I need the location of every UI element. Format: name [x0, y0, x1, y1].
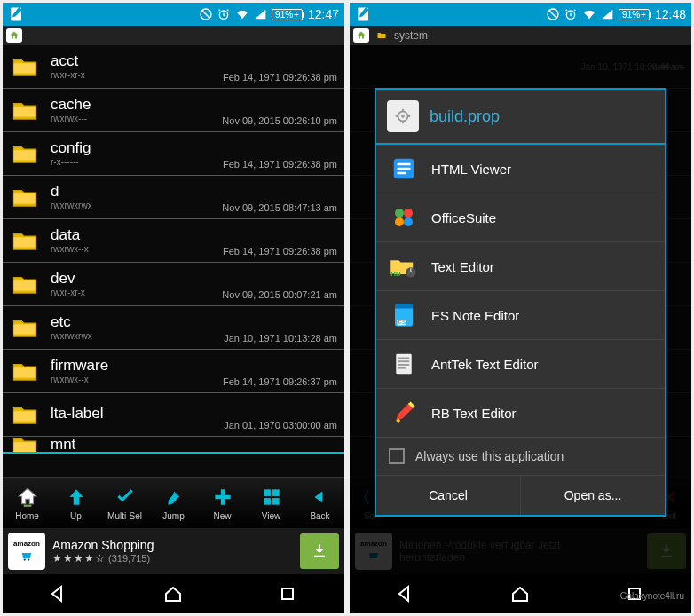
tool-back[interactable]: Back	[298, 485, 343, 521]
svg-point-7	[24, 558, 26, 560]
file-name: cache	[51, 97, 339, 114]
file-name: config	[51, 140, 339, 157]
app-name: AntTek Text Editor	[431, 357, 539, 372]
app-icon: HD	[389, 251, 419, 281]
tool-up[interactable]: Up	[54, 485, 99, 521]
app-icon	[389, 154, 419, 184]
file-row-d[interactable]: d rwxrwxrwx Nov 09, 2015 08:47:13 am	[3, 176, 344, 219]
file-date: Jan 01, 1970 03:00:00 am	[224, 420, 337, 430]
battery-icon: 91%+	[619, 9, 650, 20]
clock: 12:48	[655, 7, 686, 21]
file-name: acct	[51, 53, 339, 70]
breadcrumb[interactable]: system	[350, 26, 691, 45]
svg-rect-33	[398, 364, 410, 366]
folder-icon	[8, 53, 42, 80]
svg-rect-5	[264, 498, 271, 505]
dialog-header: build.prop	[376, 90, 665, 145]
svg-rect-32	[398, 360, 410, 362]
folder-icon	[8, 401, 42, 428]
ad-banner[interactable]: amazon Amazon Shopping ★★★★☆ (319,715)	[3, 528, 344, 574]
download-button[interactable]	[300, 533, 339, 569]
dialog-title: build.prop	[430, 107, 500, 126]
svg-rect-18	[398, 168, 411, 170]
file-row-acct[interactable]: acct rwxr-xr-x Feb 14, 1971 09:26:38 pm	[3, 45, 344, 89]
svg-point-21	[404, 209, 413, 217]
file-row-lta-label[interactable]: lta-label Jan 01, 1970 03:00:00 am	[3, 393, 344, 437]
tool-home[interactable]: Home	[5, 485, 50, 521]
tool-new[interactable]: New	[201, 485, 245, 521]
file-row-mnt[interactable]: mnt	[3, 437, 344, 454]
file-name: mnt	[51, 437, 339, 453]
app-option-2[interactable]: HDText Editor	[376, 242, 665, 291]
app-option-4[interactable]: AntTek Text Editor	[376, 340, 665, 389]
svg-rect-3	[264, 489, 271, 496]
folder-icon	[8, 184, 42, 210]
file-name: etc	[51, 314, 339, 331]
home-chip[interactable]	[353, 28, 369, 43]
phone-left: 91%+ 12:47 acct rwxr-xr-x Feb 14, 1971 0…	[3, 3, 344, 613]
app-option-3[interactable]: ESES Note Editor	[376, 291, 665, 340]
breadcrumb-folder[interactable]: system	[394, 29, 428, 42]
nav-recent-icon[interactable]	[277, 583, 298, 604]
tool-multi[interactable]: Multi-Sel	[103, 485, 147, 521]
tool-jump[interactable]: Jump	[152, 485, 196, 521]
file-row-etc[interactable]: etc rwxrwxrwx Jan 10, 1971 10:13:28 am	[3, 306, 344, 350]
svg-point-20	[395, 209, 404, 217]
alarm-icon	[564, 7, 578, 21]
file-row-config[interactable]: config r-x------ Feb 14, 1971 09:26:38 p…	[3, 132, 344, 176]
file-row-data[interactable]: data rwxrwx--x Feb 14, 1971 09:26:38 pm	[3, 219, 344, 263]
signal-icon	[254, 7, 268, 21]
svg-point-22	[395, 217, 404, 226]
clock: 12:47	[308, 7, 339, 21]
file-date: Nov 09, 2015 00:07:21 am	[222, 289, 337, 300]
app-option-5[interactable]: RB Text Editor	[376, 389, 665, 437]
no-disturb-icon	[199, 7, 213, 21]
app-name: Text Editor	[431, 259, 494, 274]
folder-icon	[8, 358, 42, 384]
watermark: Galaxynote4ll.ru	[620, 591, 684, 601]
app-option-1[interactable]: OfficeSuite	[376, 193, 665, 242]
bottom-toolbar: HomeUpMulti-SelJumpNewViewBack	[3, 477, 344, 528]
app-option-0[interactable]: HTML Viewer	[376, 145, 665, 193]
tool-view[interactable]: View	[249, 485, 294, 521]
back-icon	[308, 485, 333, 509]
app-icon	[389, 202, 419, 233]
file-name: firmware	[51, 358, 339, 375]
up-icon	[64, 485, 89, 509]
jump-icon	[162, 485, 186, 509]
nav-back-icon[interactable]	[396, 583, 417, 604]
notepad-icon	[8, 5, 26, 23]
home-icon	[15, 485, 40, 509]
svg-rect-9	[282, 588, 293, 599]
file-date: Nov 09, 2015 08:47:13 am	[222, 202, 337, 213]
nav-home-icon[interactable]	[509, 583, 531, 604]
wifi-icon	[234, 7, 250, 21]
folder-icon	[8, 314, 42, 341]
svg-rect-6	[272, 498, 280, 505]
file-row-dev[interactable]: dev rwxr-xr-x Nov 09, 2015 00:07:21 am	[3, 263, 344, 306]
breadcrumb[interactable]	[3, 26, 344, 45]
home-chip[interactable]	[6, 28, 22, 43]
app-name: HTML Viewer	[431, 162, 511, 177]
nav-back-icon[interactable]	[49, 583, 70, 604]
notepad-icon	[355, 5, 373, 23]
file-date: Nov 09, 2015 00:26:10 pm	[222, 115, 337, 126]
file-name: d	[51, 184, 339, 201]
new-icon	[210, 485, 235, 509]
view-icon	[259, 485, 284, 509]
file-date: Feb 14, 1971 09:26:38 pm	[223, 72, 337, 83]
file-list[interactable]: acct rwxr-xr-x Feb 14, 1971 09:26:38 pm …	[3, 45, 344, 477]
nav-home-icon[interactable]	[162, 583, 184, 604]
no-disturb-icon	[546, 7, 560, 21]
cancel-button[interactable]: Cancel	[376, 476, 521, 515]
always-use-checkbox[interactable]: Always use this application	[376, 437, 665, 475]
app-name: OfficeSuite	[431, 210, 496, 225]
file-row-cache[interactable]: cache rwxrwx--- Nov 09, 2015 00:26:10 pm	[3, 89, 344, 132]
ad-text: Amazon Shopping ★★★★☆ (319,715)	[52, 538, 293, 565]
file-date: Feb 14, 1971 09:26:38 pm	[223, 159, 337, 170]
file-row-firmware[interactable]: firmware rwxrwx--x Feb 14, 1971 09:26:37…	[3, 350, 344, 393]
svg-rect-19	[398, 172, 406, 175]
checkbox-icon[interactable]	[389, 448, 405, 464]
phone-right: 91%+ 12:48 system rwxrwx---Jan 10, 1971 …	[350, 3, 691, 613]
open-as-button[interactable]: Open as...	[521, 476, 665, 515]
